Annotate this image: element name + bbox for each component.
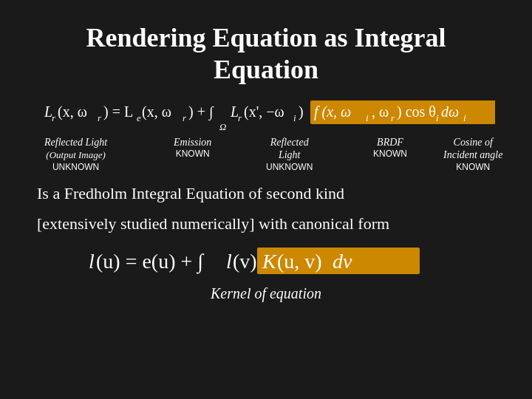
fredholm-line2: [extensively studied numerically] with c… (37, 213, 495, 236)
svg-text:l: l (89, 250, 95, 273)
title-line2: Equation (37, 54, 495, 86)
label-cosine: Cosine ofIncident angle KNOWN (443, 137, 502, 172)
svg-text:f (x, ω: f (x, ω (314, 103, 351, 120)
svg-text:r: r (52, 112, 56, 123)
slide-title: Rendering Equation as Integral Equation (37, 22, 495, 86)
svg-text:(u) = e(u) + ∫: (u) = e(u) + ∫ (96, 250, 205, 274)
label-reflected-light-2: ReflectedLight UNKNOWN (266, 137, 313, 172)
label-cosine-status: KNOWN (443, 162, 502, 172)
svg-text:r: r (238, 112, 242, 123)
svg-text:i: i (436, 112, 439, 123)
second-equation-container: l (u) = e(u) + ∫ l (v) K (u, v) dv (37, 242, 495, 282)
fredholm-line1: Is a Fredholm Integral Equation of secon… (37, 183, 495, 205)
svg-text:): ) (299, 103, 304, 120)
svg-text:) + ∫: ) + ∫ (188, 103, 214, 121)
labels-row: Reflected Light(Output Image) UNKNOWN Em… (37, 137, 532, 174)
svg-text:dω: dω (441, 103, 459, 120)
svg-text:e: e (137, 112, 141, 123)
svg-text:) cos θ: ) cos θ (397, 103, 436, 120)
kernel-label-container: Kernel of equation (37, 285, 495, 302)
svg-text:K: K (262, 250, 277, 273)
slide: Rendering Equation as Integral Equation … (0, 0, 532, 399)
label-brdf: BRDF KNOWN (373, 137, 407, 159)
second-equation-svg: l (u) = e(u) + ∫ l (v) K (u, v) dv (81, 242, 451, 282)
label-reflected-light-2-name: ReflectedLight (266, 137, 313, 162)
svg-text:(v): (v) (233, 250, 257, 273)
label-emission-name: Emission (174, 137, 211, 149)
label-reflected-light-status: UNKNOWN (44, 162, 107, 172)
fredholm-section: Is a Fredholm Integral Equation of secon… (37, 183, 495, 236)
svg-text:(x, ω: (x, ω (142, 103, 171, 120)
svg-text:) = L: ) = L (103, 103, 133, 120)
label-reflected-light: Reflected Light(Output Image) UNKNOWN (44, 137, 107, 172)
label-cosine-name: Cosine ofIncident angle (443, 137, 502, 162)
svg-text:(u, v): (u, v) (277, 250, 322, 273)
label-reflected-light-name: Reflected Light(Output Image) (44, 137, 107, 162)
main-equation-container: L r (x, ω r ) = L e (x, ω r ) + ∫ Ω L r … (37, 93, 495, 134)
kernel-label: Kernel of equation (211, 285, 321, 301)
svg-text:r: r (98, 112, 102, 123)
label-brdf-status: KNOWN (373, 149, 407, 159)
label-emission-status: KNOWN (174, 149, 211, 159)
svg-text:l: l (226, 250, 232, 273)
label-reflected-light-2-status: UNKNOWN (266, 162, 313, 172)
svg-text:(x', −ω: (x', −ω (244, 103, 284, 120)
svg-text:i: i (366, 112, 369, 123)
label-brdf-name: BRDF (373, 137, 407, 149)
svg-text:dv: dv (332, 250, 352, 273)
main-equation-svg: L r (x, ω r ) = L e (x, ω r ) + ∫ Ω L r … (37, 93, 495, 134)
svg-text:r: r (183, 112, 187, 123)
svg-text:Ω: Ω (219, 121, 226, 132)
svg-text:(x, ω: (x, ω (58, 103, 87, 120)
svg-text:i: i (463, 112, 466, 123)
label-emission: Emission KNOWN (174, 137, 211, 159)
svg-text:, ω: , ω (372, 103, 389, 120)
svg-text:i: i (293, 112, 296, 123)
title-line1: Rendering Equation as Integral (37, 22, 495, 54)
